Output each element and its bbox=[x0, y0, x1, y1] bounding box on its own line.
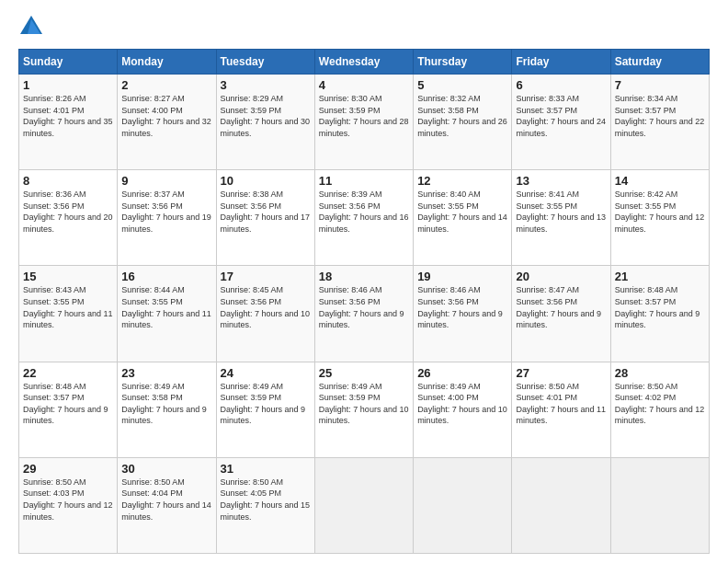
day-info: Sunrise: 8:46 AMSunset: 3:56 PMDaylight:… bbox=[319, 284, 409, 330]
day-cell: 2Sunrise: 8:27 AMSunset: 4:00 PMDaylight… bbox=[118, 75, 216, 170]
day-cell: 7Sunrise: 8:34 AMSunset: 3:57 PMDaylight… bbox=[610, 75, 709, 170]
weekday-header-sunday: Sunday bbox=[19, 50, 118, 75]
day-info: Sunrise: 8:30 AMSunset: 3:59 PMDaylight:… bbox=[319, 93, 409, 139]
day-info: Sunrise: 8:44 AMSunset: 3:55 PMDaylight:… bbox=[121, 284, 211, 330]
day-cell: 17Sunrise: 8:45 AMSunset: 3:56 PMDayligh… bbox=[216, 266, 314, 362]
day-number: 3 bbox=[221, 78, 311, 92]
day-info: Sunrise: 8:37 AMSunset: 3:56 PMDaylight:… bbox=[121, 189, 211, 235]
day-info: Sunrise: 8:50 AMSunset: 4:02 PMDaylight:… bbox=[615, 381, 705, 427]
day-number: 7 bbox=[615, 78, 705, 92]
day-number: 26 bbox=[417, 366, 507, 380]
day-number: 28 bbox=[615, 366, 705, 380]
day-info: Sunrise: 8:48 AMSunset: 3:57 PMDaylight:… bbox=[615, 284, 705, 330]
day-cell: 28Sunrise: 8:50 AMSunset: 4:02 PMDayligh… bbox=[610, 362, 709, 457]
day-number: 5 bbox=[417, 78, 507, 92]
day-number: 13 bbox=[516, 174, 606, 188]
day-info: Sunrise: 8:50 AMSunset: 4:04 PMDaylight:… bbox=[121, 477, 211, 523]
day-cell: 10Sunrise: 8:38 AMSunset: 3:56 PMDayligh… bbox=[216, 170, 314, 266]
day-info: Sunrise: 8:33 AMSunset: 3:57 PMDaylight:… bbox=[516, 93, 606, 139]
day-cell: 20Sunrise: 8:47 AMSunset: 3:56 PMDayligh… bbox=[512, 266, 610, 362]
day-cell: 14Sunrise: 8:42 AMSunset: 3:55 PMDayligh… bbox=[610, 170, 709, 266]
day-number: 20 bbox=[516, 270, 606, 283]
day-cell: 26Sunrise: 8:49 AMSunset: 4:00 PMDayligh… bbox=[414, 362, 512, 457]
day-cell bbox=[512, 457, 610, 553]
day-cell: 25Sunrise: 8:49 AMSunset: 3:59 PMDayligh… bbox=[314, 362, 413, 457]
day-number: 4 bbox=[319, 78, 409, 92]
day-info: Sunrise: 8:49 AMSunset: 3:59 PMDaylight:… bbox=[221, 381, 311, 427]
day-info: Sunrise: 8:47 AMSunset: 3:56 PMDaylight:… bbox=[516, 284, 606, 330]
day-cell: 6Sunrise: 8:33 AMSunset: 3:57 PMDaylight… bbox=[512, 75, 610, 170]
day-cell: 12Sunrise: 8:40 AMSunset: 3:55 PMDayligh… bbox=[414, 170, 512, 266]
day-cell: 13Sunrise: 8:41 AMSunset: 3:55 PMDayligh… bbox=[512, 170, 610, 266]
week-row-3: 15Sunrise: 8:43 AMSunset: 3:55 PMDayligh… bbox=[19, 266, 710, 362]
calendar: SundayMondayTuesdayWednesdayThursdayFrid… bbox=[18, 49, 710, 554]
day-cell: 18Sunrise: 8:46 AMSunset: 3:56 PMDayligh… bbox=[314, 266, 413, 362]
day-number: 6 bbox=[516, 78, 606, 92]
day-cell: 19Sunrise: 8:46 AMSunset: 3:56 PMDayligh… bbox=[414, 266, 512, 362]
weekday-header-friday: Friday bbox=[512, 50, 610, 75]
day-number: 11 bbox=[319, 174, 409, 188]
day-number: 12 bbox=[417, 174, 507, 188]
week-row-2: 8Sunrise: 8:36 AMSunset: 3:56 PMDaylight… bbox=[19, 170, 710, 266]
day-number: 19 bbox=[417, 270, 507, 283]
day-cell: 29Sunrise: 8:50 AMSunset: 4:03 PMDayligh… bbox=[19, 457, 118, 553]
day-info: Sunrise: 8:40 AMSunset: 3:55 PMDaylight:… bbox=[417, 189, 507, 235]
weekday-header-wednesday: Wednesday bbox=[314, 50, 413, 75]
day-number: 18 bbox=[319, 270, 409, 283]
header bbox=[18, 14, 710, 40]
day-number: 2 bbox=[121, 78, 211, 92]
day-cell: 1Sunrise: 8:26 AMSunset: 4:01 PMDaylight… bbox=[19, 75, 118, 170]
logo bbox=[18, 14, 48, 40]
day-info: Sunrise: 8:49 AMSunset: 3:58 PMDaylight:… bbox=[121, 381, 211, 427]
day-number: 22 bbox=[23, 366, 113, 380]
day-cell: 11Sunrise: 8:39 AMSunset: 3:56 PMDayligh… bbox=[314, 170, 413, 266]
day-info: Sunrise: 8:49 AMSunset: 4:00 PMDaylight:… bbox=[417, 381, 507, 427]
day-info: Sunrise: 8:34 AMSunset: 3:57 PMDaylight:… bbox=[615, 93, 705, 139]
day-number: 9 bbox=[121, 174, 211, 188]
day-number: 21 bbox=[615, 270, 705, 283]
day-number: 29 bbox=[23, 462, 113, 476]
day-info: Sunrise: 8:50 AMSunset: 4:01 PMDaylight:… bbox=[516, 381, 606, 427]
day-cell: 8Sunrise: 8:36 AMSunset: 3:56 PMDaylight… bbox=[19, 170, 118, 266]
day-info: Sunrise: 8:36 AMSunset: 3:56 PMDaylight:… bbox=[23, 189, 113, 235]
day-info: Sunrise: 8:38 AMSunset: 3:56 PMDaylight:… bbox=[221, 189, 311, 235]
logo-icon bbox=[18, 14, 44, 40]
day-info: Sunrise: 8:43 AMSunset: 3:55 PMDaylight:… bbox=[23, 284, 113, 330]
day-info: Sunrise: 8:39 AMSunset: 3:56 PMDaylight:… bbox=[319, 189, 409, 235]
week-row-4: 22Sunrise: 8:48 AMSunset: 3:57 PMDayligh… bbox=[19, 362, 710, 457]
day-number: 30 bbox=[121, 462, 211, 476]
day-info: Sunrise: 8:50 AMSunset: 4:05 PMDaylight:… bbox=[221, 477, 311, 523]
day-cell bbox=[414, 457, 512, 553]
day-info: Sunrise: 8:45 AMSunset: 3:56 PMDaylight:… bbox=[221, 284, 311, 330]
day-cell: 15Sunrise: 8:43 AMSunset: 3:55 PMDayligh… bbox=[19, 266, 118, 362]
day-cell: 21Sunrise: 8:48 AMSunset: 3:57 PMDayligh… bbox=[610, 266, 709, 362]
day-cell: 4Sunrise: 8:30 AMSunset: 3:59 PMDaylight… bbox=[314, 75, 413, 170]
day-info: Sunrise: 8:42 AMSunset: 3:55 PMDaylight:… bbox=[615, 189, 705, 235]
page: SundayMondayTuesdayWednesdayThursdayFrid… bbox=[0, 0, 728, 563]
day-cell: 9Sunrise: 8:37 AMSunset: 3:56 PMDaylight… bbox=[118, 170, 216, 266]
weekday-header-tuesday: Tuesday bbox=[216, 50, 314, 75]
week-row-1: 1Sunrise: 8:26 AMSunset: 4:01 PMDaylight… bbox=[19, 75, 710, 170]
day-number: 31 bbox=[221, 462, 311, 476]
day-number: 14 bbox=[615, 174, 705, 188]
day-info: Sunrise: 8:29 AMSunset: 3:59 PMDaylight:… bbox=[221, 93, 311, 139]
day-info: Sunrise: 8:46 AMSunset: 3:56 PMDaylight:… bbox=[417, 284, 507, 330]
day-cell: 31Sunrise: 8:50 AMSunset: 4:05 PMDayligh… bbox=[216, 457, 314, 553]
day-cell: 22Sunrise: 8:48 AMSunset: 3:57 PMDayligh… bbox=[19, 362, 118, 457]
day-number: 25 bbox=[319, 366, 409, 380]
day-cell: 23Sunrise: 8:49 AMSunset: 3:58 PMDayligh… bbox=[118, 362, 216, 457]
week-row-5: 29Sunrise: 8:50 AMSunset: 4:03 PMDayligh… bbox=[19, 457, 710, 553]
day-number: 24 bbox=[221, 366, 311, 380]
day-cell: 5Sunrise: 8:32 AMSunset: 3:58 PMDaylight… bbox=[414, 75, 512, 170]
day-number: 23 bbox=[121, 366, 211, 380]
day-cell: 30Sunrise: 8:50 AMSunset: 4:04 PMDayligh… bbox=[118, 457, 216, 553]
day-cell bbox=[314, 457, 413, 553]
day-info: Sunrise: 8:41 AMSunset: 3:55 PMDaylight:… bbox=[516, 189, 606, 235]
day-cell: 27Sunrise: 8:50 AMSunset: 4:01 PMDayligh… bbox=[512, 362, 610, 457]
day-number: 17 bbox=[221, 270, 311, 283]
day-cell bbox=[610, 457, 709, 553]
day-cell: 24Sunrise: 8:49 AMSunset: 3:59 PMDayligh… bbox=[216, 362, 314, 457]
day-number: 10 bbox=[221, 174, 311, 188]
day-number: 15 bbox=[23, 270, 113, 283]
day-info: Sunrise: 8:27 AMSunset: 4:00 PMDaylight:… bbox=[121, 93, 211, 139]
